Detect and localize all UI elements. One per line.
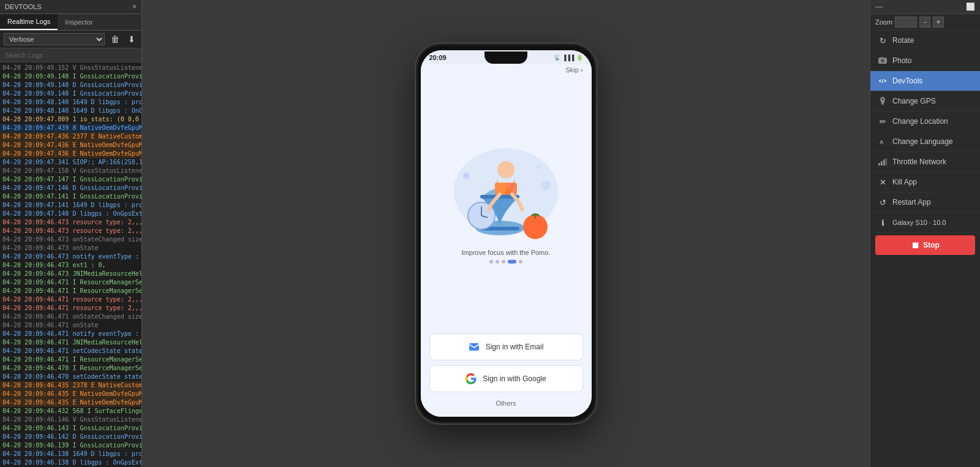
skip-row: Skip ›: [421, 64, 592, 75]
rotate-icon: ↻: [878, 36, 888, 45]
svg-point-12: [463, 173, 469, 179]
log-line: 04-20 20:09:46.146 V GnssStatusListener_…: [0, 416, 141, 424]
log-line: 04-20 20:09:49.152 V GnssStatusListener_…: [0, 64, 141, 72]
log-line: 04-20 20:09:46.471 notify eventType : 3,…: [0, 330, 141, 338]
log-line: 04-20 20:09:46.471 resource type: 2,,,is…: [0, 295, 141, 304]
zoom-label: Zoom: [875, 18, 892, 26]
panel-minimize-button[interactable]: —: [875, 2, 883, 11]
download-logs-button[interactable]: ⬇: [126, 33, 138, 45]
sidebar-item-restart-app[interactable]: ↺ Restart App: [870, 192, 980, 213]
log-line: 04-20 20:09:46.471 onStateChanged size =…: [0, 313, 141, 321]
zoom-control: Zoom - +: [870, 14, 980, 31]
phone-screen: 20:09 📡 ▐▐▐ 🔋 Skip ›: [421, 50, 592, 417]
svg-rect-23: [878, 163, 880, 165]
delete-logs-button[interactable]: 🗑: [108, 33, 122, 45]
tagline: Improve focus with the Pomo.: [462, 249, 551, 256]
sidebar-item-kill-app[interactable]: ✕ Kill App: [870, 172, 980, 192]
skip-button[interactable]: Skip ›: [565, 66, 582, 74]
sidebar-item-throttle-network-label: Throttle Network: [892, 158, 946, 166]
sign-in-email-button[interactable]: Sign in with Email: [429, 333, 583, 360]
log-line: 04-20 20:09:47.809 1 io_stats: (0 0,0 2 …: [0, 115, 141, 124]
zoom-input[interactable]: [895, 17, 917, 28]
page-dots: [489, 260, 522, 264]
svg-point-17: [881, 59, 884, 63]
restart-icon: ↺: [878, 197, 888, 207]
volume-up-button[interactable]: [416, 107, 417, 122]
tab-inspector[interactable]: Inspector: [58, 14, 100, 30]
illustration-svg: [445, 136, 567, 246]
illustration-area: Improve focus with the Pomo.: [421, 75, 592, 328]
sidebar-item-photo[interactable]: Photo: [870, 51, 980, 71]
info-icon: ℹ: [878, 218, 888, 227]
network-icon: [878, 157, 888, 167]
log-line: 04-20 20:09:46.471 resource type: 2,,,is…: [0, 304, 141, 313]
sidebar-item-change-location-label: Change Location: [892, 117, 948, 126]
log-line: 04-20 20:09:46.473 onState: [0, 244, 141, 252]
tab-realtime-logs[interactable]: Realtime Logs: [0, 14, 58, 30]
svg-point-7: [497, 161, 514, 178]
device-label: Galaxy S10 · 10.0: [892, 219, 946, 226]
phone-notch: [484, 51, 527, 64]
log-line: 04-20 20:09:46.473 onStateChanged size =…: [0, 235, 141, 244]
svg-rect-18: [881, 57, 883, 58]
zoom-plus-button[interactable]: +: [933, 17, 944, 28]
battery-icon: 🔋: [576, 55, 583, 61]
sign-in-google-button[interactable]: Sign in with Google: [429, 365, 583, 392]
log-line: 04-20 20:09:46.435 2378 E NativeCustomFr…: [0, 381, 141, 390]
sidebar-item-change-location[interactable]: ✏ Change Location: [870, 112, 980, 132]
log-line: 04-20 20:09:47.141 1649 D libgps : proxy…: [0, 201, 141, 210]
log-line: 04-20 20:09:46.471 I ResourceManagerServ…: [0, 287, 141, 295]
devtools-title: DEVTOOLS: [5, 3, 42, 10]
sidebar-item-device-info: ℹ Galaxy S10 · 10.0: [870, 213, 980, 233]
log-line: 04-20 20:09:46.470 setCodecState state :…: [0, 373, 141, 381]
google-icon: [466, 373, 477, 384]
devtools-icon: [878, 76, 888, 86]
log-line: 04-20 20:09:46.435 E NativeOemDvfeGpuMan…: [0, 398, 141, 407]
log-line: 04-20 20:09:48.140 1649 D libgps : OnGps…: [0, 107, 141, 115]
log-line: 04-20 20:09:46.138 1649 D libgps : proxy…: [0, 450, 141, 458]
svg-rect-24: [881, 161, 883, 165]
log-line: 04-20 20:09:47.436 2377 E NativeCustomFr…: [0, 132, 141, 141]
stop-button[interactable]: ⏹ Stop: [875, 235, 975, 255]
status-time: 20:09: [429, 54, 447, 61]
svg-rect-26: [886, 158, 887, 165]
log-line: 04-20 20:09:46.470 I ResourceManagerServ…: [0, 364, 141, 373]
dot-2: [496, 260, 499, 264]
sidebar-item-throttle-network[interactable]: Throttle Network: [870, 152, 980, 172]
sidebar-item-photo-label: Photo: [892, 56, 911, 65]
sidebar-item-rotate-label: Rotate: [892, 36, 914, 45]
photo-icon: [878, 56, 888, 66]
log-line: 04-20 20:09:47.436 E NativeOemDvfeGpuMan…: [0, 141, 141, 150]
sidebar-item-devtools[interactable]: DevTools: [870, 71, 980, 91]
sidebar-item-change-gps[interactable]: Change GPS: [870, 91, 980, 112]
log-line: 04-20 20:09:46.473 JNIMediaResourceHelpe…: [0, 270, 141, 278]
svg-point-14: [537, 164, 542, 169]
gps-icon: [878, 96, 888, 106]
others-button[interactable]: Others: [429, 397, 583, 409]
volume-down-button[interactable]: [416, 128, 417, 143]
dot-3: [502, 260, 505, 264]
devtools-toolbar: Verbose Debug Info Warn Error 🗑 ⬇: [0, 31, 141, 48]
sidebar-item-change-language[interactable]: A Change Language: [870, 132, 980, 152]
log-line: 04-20 20:09:47.141 I GnssLocationProvide…: [0, 192, 141, 201]
log-line: 04-20 20:09:47.436 E NativeOemDvfeGpuMan…: [0, 150, 141, 158]
email-icon: [469, 341, 480, 352]
log-line: 04-20 20:09:46.139 I GnssLocationProvide…: [0, 441, 141, 450]
panel-expand-button[interactable]: ⬜: [966, 2, 975, 11]
zoom-minus-button[interactable]: -: [919, 17, 930, 28]
svg-rect-15: [469, 343, 479, 351]
log-line: 04-20 20:09:46.471 setCodecState state :…: [0, 347, 141, 355]
stop-icon: ⏹: [911, 240, 919, 250]
log-line: 04-20 20:09:46.471 JNIMediaResourceHelpe…: [0, 338, 141, 347]
log-line: 04-20 20:09:46.473 resource type: 2,,,is…: [0, 227, 141, 235]
sidebar-item-change-gps-label: Change GPS: [892, 97, 936, 105]
sign-in-google-label: Sign in with Google: [483, 374, 546, 383]
log-line: 04-20 20:09:46.143 I GnssLocationProvide…: [0, 424, 141, 433]
verbose-select[interactable]: Verbose Debug Info Warn Error: [4, 33, 105, 45]
power-button[interactable]: [595, 113, 597, 137]
close-icon[interactable]: ×: [132, 2, 137, 11]
signal-icon: ▐▐▐: [562, 55, 574, 61]
dot-1: [489, 260, 493, 264]
search-input[interactable]: [0, 48, 141, 63]
sidebar-item-rotate[interactable]: ↻ Rotate: [870, 31, 980, 51]
